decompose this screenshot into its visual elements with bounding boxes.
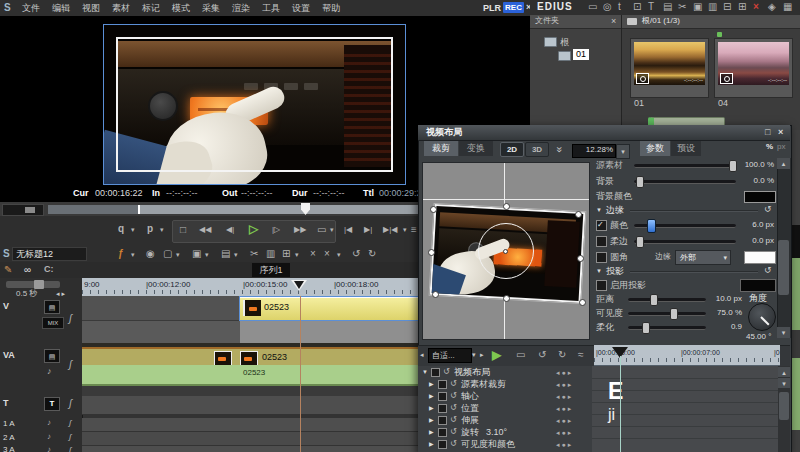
kf-checkbox[interactable] <box>438 380 447 389</box>
rewind-icon[interactable]: ◀◀ <box>199 226 211 234</box>
prev-frame-icon[interactable]: ◀| <box>226 226 234 234</box>
soft-edge-checkbox[interactable] <box>596 236 607 247</box>
expand-icon[interactable]: ▶ <box>429 429 434 435</box>
expand-icon[interactable]: ▶ <box>429 441 434 447</box>
expand-icon[interactable]: ▼ <box>422 369 428 375</box>
new-folder-icon[interactable]: ▭ <box>588 2 597 12</box>
audio-part-icon[interactable]: ♪ <box>47 419 51 427</box>
caret-down-icon[interactable]: ▾ <box>234 251 238 258</box>
kf-nav-icons[interactable]: ◂ ● ▸ <box>556 369 571 376</box>
caret-down-icon[interactable]: ▾ <box>330 226 334 233</box>
bin-clip-card[interactable]: -:--:--:-- <box>714 38 793 98</box>
kf-nav-icons[interactable]: ◂ ● ▸ <box>556 417 571 424</box>
audio-part-icon[interactable]: ♪ <box>47 367 52 376</box>
distance-handle[interactable] <box>650 294 658 306</box>
copy-icon[interactable]: ▣ <box>693 2 702 12</box>
visibility-slider[interactable] <box>628 312 706 316</box>
list-view-icon[interactable]: ▦ <box>783 2 792 12</box>
expand-icon[interactable]: ▶ <box>429 405 434 411</box>
soften-handle[interactable] <box>642 322 650 334</box>
caret-down-icon[interactable]: ▾ <box>131 226 135 233</box>
menu-item-mode[interactable]: 模式 <box>172 4 190 13</box>
set-in-icon[interactable]: q <box>118 224 124 234</box>
dialog-titlebar[interactable] <box>418 125 790 141</box>
kf-checkbox[interactable] <box>431 368 440 377</box>
tab-parameters[interactable]: 参数 <box>640 141 670 156</box>
kf-nav-icons[interactable]: ◂ ● ▸ <box>556 381 571 388</box>
menu-item-help[interactable]: 帮助 <box>322 4 340 13</box>
title-icon[interactable]: T <box>648 2 654 12</box>
dd-left-icon[interactable]: ◂ <box>420 351 424 358</box>
tab-crop[interactable]: 裁剪 <box>424 141 458 156</box>
shadow-section-arrow-icon[interactable]: ▼ <box>596 268 602 274</box>
caret-down-icon[interactable]: ▾ <box>205 251 209 258</box>
timeline-scale-nav[interactable]: ◂ ▸ <box>56 290 65 297</box>
kf-reset-icon[interactable]: ↺ <box>450 380 457 388</box>
text-tool-icon[interactable]: t <box>618 2 621 12</box>
monitor-icon[interactable]: ▤ <box>663 2 672 12</box>
mode-2d-button[interactable]: 2D <box>500 142 524 157</box>
delete-icon[interactable]: × <box>324 249 330 259</box>
round-corner-checkbox[interactable] <box>596 252 607 263</box>
expand-icon[interactable]: ▶ <box>429 393 434 399</box>
record-icon[interactable]: ◉ <box>146 249 155 259</box>
handle-bottom-right[interactable] <box>579 299 586 306</box>
kf-nav-icons[interactable]: ◂ ● ▸ <box>556 405 571 412</box>
soften-slider[interactable] <box>628 326 706 330</box>
kf-reset-icon[interactable]: ↺ <box>450 440 457 448</box>
audio-part-icon[interactable]: ♪ <box>47 433 51 441</box>
tree-child-item-selected[interactable]: 01 <box>573 49 589 60</box>
param-bg-slider[interactable] <box>634 180 736 184</box>
soft-edge-slider[interactable] <box>634 240 736 244</box>
param-source-slider[interactable] <box>634 164 736 168</box>
enable-shadow-checkbox[interactable] <box>596 280 607 291</box>
scroll-thumb[interactable] <box>778 240 789 295</box>
dialog-maximize-icon[interactable]: □ <box>765 128 770 137</box>
handle-top-left[interactable] <box>430 206 437 213</box>
save-icon[interactable]: ▣ <box>192 249 201 259</box>
kf-reset-icon[interactable]: ↺ <box>450 428 457 436</box>
border-color-handle[interactable] <box>647 219 656 233</box>
insert-mode-icon[interactable]: ✎ <box>4 265 12 275</box>
scroll-down-icon[interactable]: ▾ <box>778 378 790 388</box>
set-out-icon[interactable]: p <box>147 224 153 234</box>
goto-out-icon[interactable]: ▶| <box>364 226 372 234</box>
timeline-scale-value[interactable]: 0.5 秒 <box>16 290 37 298</box>
caret-down-icon[interactable]: ▾ <box>160 226 164 233</box>
tab-presets[interactable]: 预设 <box>671 141 701 156</box>
handle-bottom-left[interactable] <box>432 291 439 298</box>
angle-knob[interactable] <box>748 303 776 331</box>
video-part-icon[interactable]: ▤ <box>44 349 60 363</box>
unit-px-toggle[interactable]: px <box>777 143 785 151</box>
trim-icon[interactable]: ▶|◀ <box>383 226 397 234</box>
caret-down-icon[interactable]: ▾ <box>403 226 407 233</box>
expand-icon[interactable]: ▶ <box>429 381 434 387</box>
kf-checkbox[interactable] <box>438 404 447 413</box>
layout-canvas[interactable] <box>422 162 590 340</box>
menu-item-clip[interactable]: 素材 <box>112 4 130 13</box>
kf-checkbox[interactable] <box>438 440 447 449</box>
goto-in-icon[interactable]: |◀ <box>344 226 352 234</box>
soft-edge-handle[interactable] <box>636 236 644 248</box>
shadow-reset-icon[interactable]: ↺ <box>764 266 772 275</box>
play-icon[interactable]: ▷ <box>249 223 258 235</box>
unit-percent-toggle[interactable]: % <box>766 143 773 151</box>
menu-list-icon[interactable]: ≡ <box>411 225 417 235</box>
remove-icon[interactable]: ⊟ <box>723 2 731 12</box>
kf-display-icon[interactable]: ▭ <box>516 350 525 360</box>
menu-item-marker[interactable]: 标记 <box>142 4 160 13</box>
menu-item-view[interactable]: 视图 <box>82 4 100 13</box>
kf-reset-icon[interactable]: ↺ <box>450 404 457 412</box>
scroll-up-icon[interactable]: ▴ <box>778 367 790 377</box>
scroll-up-icon[interactable]: ▴ <box>777 158 790 169</box>
export-display-icon[interactable]: ▭ <box>317 225 326 235</box>
menu-item-file[interactable]: 文件 <box>22 4 40 13</box>
caret-down-icon[interactable]: ▾ <box>337 251 341 258</box>
menu-item-render[interactable]: 渲染 <box>232 4 250 13</box>
next-frame-icon[interactable]: |▷ <box>272 226 280 234</box>
fit-dropdown[interactable]: 自适... <box>428 348 472 363</box>
border-section-arrow-icon[interactable]: ▼ <box>596 207 602 213</box>
search-icon[interactable]: ◎ <box>603 2 612 12</box>
sync-lock-icon[interactable]: ʃ <box>69 314 72 324</box>
kf-play-icon[interactable]: ▶ <box>492 349 501 361</box>
